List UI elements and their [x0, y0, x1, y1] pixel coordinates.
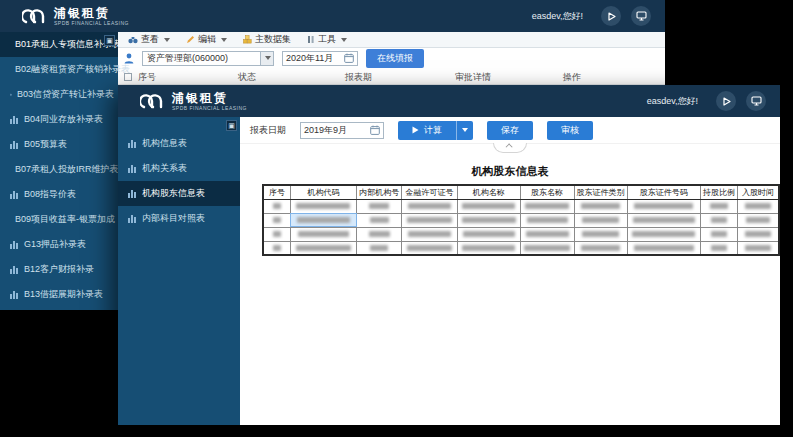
spdb-logo-icon	[22, 7, 48, 25]
save-button[interactable]: 保存	[487, 121, 533, 140]
cell-redacted[interactable]	[627, 213, 700, 227]
sidebar-item-b13[interactable]: B13借据展期补录表	[0, 282, 118, 307]
cell-redacted[interactable]	[290, 241, 356, 255]
calc-button[interactable]: 计算	[398, 121, 456, 140]
menu-master-data[interactable]: 主数据集	[243, 33, 291, 46]
report-content: 机构股东信息表 序号 机构代码 内部机构号 金融许可证号 机构名称 股东名称 股…	[240, 144, 780, 425]
cell-redacted[interactable]	[263, 199, 290, 213]
table-row[interactable]	[263, 199, 779, 213]
cell-redacted[interactable]	[357, 199, 402, 213]
period-value: 2020年11月	[286, 52, 333, 65]
monitor-icon	[751, 96, 762, 106]
cell-redacted[interactable]	[737, 241, 779, 255]
cell-redacted[interactable]	[357, 227, 402, 241]
sidebar-item-b07[interactable]: B07承租人投放IRR维护表	[0, 157, 118, 182]
app-header: 浦银租赁 SPDB FINANCIAL LEASING easdev,您好!	[0, 0, 665, 32]
run-button[interactable]	[601, 6, 621, 26]
select-all-checkbox[interactable]	[124, 73, 132, 81]
cell-redacted[interactable]	[737, 199, 779, 213]
cell-redacted[interactable]	[627, 241, 700, 255]
sidebar-item-org-info[interactable]: 机构信息表	[118, 131, 240, 156]
sidebar-item-label: B02融资租赁资产核销补录表	[15, 63, 130, 76]
sidebar-item-b04[interactable]: B04同业存放补录表	[0, 107, 118, 132]
sidebar-collapse-button[interactable]: ▣	[104, 35, 115, 46]
col-header: 机构名称	[457, 185, 520, 199]
cell-redacted[interactable]	[263, 227, 290, 241]
brand-logo: 浦银租赁 SPDB FINANCIAL LEASING	[22, 7, 129, 26]
pencil-icon	[186, 35, 195, 44]
cell-redacted[interactable]	[357, 213, 402, 227]
cell-redacted[interactable]	[520, 199, 574, 213]
cell-redacted[interactable]	[574, 213, 627, 227]
bar-chart-icon	[128, 164, 137, 173]
cell-redacted[interactable]	[737, 227, 779, 241]
table-row[interactable]	[263, 213, 779, 227]
audit-button[interactable]: 审核	[547, 121, 593, 140]
cell-redacted[interactable]	[574, 199, 627, 213]
cell-redacted[interactable]	[627, 199, 700, 213]
cell-redacted[interactable]	[520, 227, 574, 241]
sidebar-item-b09[interactable]: B09项目收益率-银票加成	[0, 207, 118, 232]
sidebar-item-org-relation[interactable]: 机构关系表	[118, 156, 240, 181]
cell-redacted[interactable]	[627, 227, 700, 241]
menu-view[interactable]: 查看	[128, 33, 170, 46]
cell-redacted[interactable]	[290, 227, 356, 241]
sidebar-item-b12[interactable]: B12客户财报补录	[0, 257, 118, 282]
table-row[interactable]	[263, 241, 779, 255]
menu-edit[interactable]: 编辑	[186, 33, 227, 46]
cell-redacted[interactable]	[457, 213, 520, 227]
sidebar-item-label: 机构股东信息表	[142, 187, 205, 200]
cell-redacted[interactable]	[700, 213, 737, 227]
sidebar-collapse-button[interactable]: ▣	[226, 120, 237, 131]
cell-redacted[interactable]	[263, 213, 290, 227]
table-row[interactable]	[263, 227, 779, 241]
cell-redacted[interactable]	[520, 241, 574, 255]
select-dropdown-icon[interactable]	[260, 52, 273, 65]
cell-redacted[interactable]	[290, 199, 356, 213]
cell-redacted[interactable]	[700, 199, 737, 213]
cell-redacted[interactable]	[574, 241, 627, 255]
report-date-input[interactable]: 2019年9月	[300, 122, 384, 139]
col-header: 股东证件号码	[627, 185, 700, 199]
org-select[interactable]: 资产管理部(060000)	[142, 51, 274, 66]
report-toolbar: 报表日期 2019年9月 计算 保存 审核	[240, 117, 780, 144]
monitor-button[interactable]	[631, 6, 651, 26]
sidebar-item-label: B08指导价表	[24, 188, 76, 201]
online-fill-button[interactable]: 在线填报	[366, 49, 424, 68]
cell-redacted[interactable]	[402, 227, 458, 241]
cell-redacted[interactable]	[737, 213, 779, 227]
cell-redacted[interactable]	[457, 227, 520, 241]
cell-redacted[interactable]	[402, 213, 458, 227]
cell-redacted[interactable]	[457, 199, 520, 213]
sidebar-item-b03[interactable]: B03信贷资产转让补录表	[0, 82, 118, 107]
menu-tools[interactable]: 工具	[307, 33, 347, 46]
sidebar-item-b05[interactable]: B05预算表	[0, 132, 118, 157]
cell-selected[interactable]	[290, 213, 356, 227]
bar-chart-icon	[128, 214, 137, 223]
sidebar-item-label: B09项目收益率-银票加成	[15, 213, 115, 226]
cell-redacted[interactable]	[700, 227, 737, 241]
sidebar-item-b08[interactable]: B08指导价表	[0, 182, 118, 207]
spdb-logo-icon	[140, 92, 166, 110]
run-button[interactable]	[716, 91, 736, 111]
cell-redacted[interactable]	[357, 241, 402, 255]
sidebar-item-g13[interactable]: G13押品补录表	[0, 232, 118, 257]
cell-redacted[interactable]	[402, 199, 458, 213]
monitor-button[interactable]	[746, 91, 766, 111]
play-icon	[722, 97, 731, 106]
col-header: 股东证件类别	[574, 185, 627, 199]
cell-redacted[interactable]	[520, 213, 574, 227]
cell-redacted[interactable]	[402, 241, 458, 255]
sidebar-item-b02[interactable]: B02融资租赁资产核销补录表	[0, 57, 118, 82]
cell-redacted[interactable]	[457, 241, 520, 255]
calendar-icon	[370, 125, 380, 135]
sidebar-item-b01[interactable]: B01承租人专项信息补录表	[0, 32, 118, 57]
collapse-toolbar-tab[interactable]	[493, 143, 527, 153]
calc-dropdown-button[interactable]	[456, 121, 473, 140]
sidebar-item-org-shareholder[interactable]: 机构股东信息表	[118, 181, 240, 206]
cell-redacted[interactable]	[700, 241, 737, 255]
sidebar-item-internal-subject[interactable]: 内部科目对照表	[118, 206, 240, 231]
cell-redacted[interactable]	[574, 227, 627, 241]
period-input[interactable]: 2020年11月	[282, 51, 358, 66]
cell-redacted[interactable]	[263, 241, 290, 255]
